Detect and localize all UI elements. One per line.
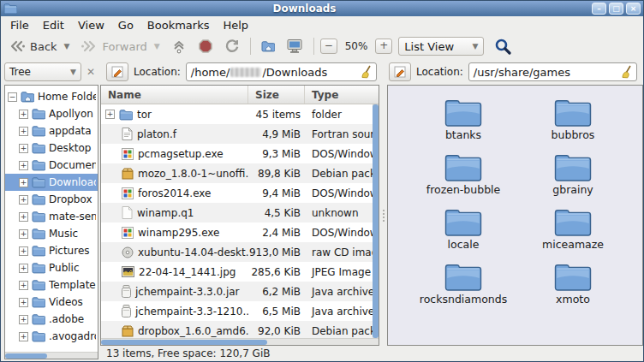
file-row[interactable]: jchempaint-3.3-1210...6,5 MiBJava archiv…: [101, 301, 379, 321]
sidebar-item-avogadro[interactable]: +.avogadro: [5, 328, 98, 345]
expander-icon[interactable]: +: [19, 195, 28, 205]
expander-icon[interactable]: +: [19, 246, 28, 256]
chevron-down-icon[interactable]: ▼: [64, 42, 70, 50]
file-size: 6,2 MiB: [248, 286, 305, 298]
folder-item-bubbros[interactable]: bubbros: [518, 96, 628, 141]
folder-item-btanks[interactable]: btanks: [408, 96, 518, 141]
sidebar-item-mate-sensors[interactable]: +mate-sensors-: [5, 208, 98, 225]
sidebar-item-home-folder[interactable]: −Home Folder: [5, 88, 98, 105]
sidebar-item-label: Home Folder: [38, 91, 96, 103]
scrollbar-thumb[interactable]: [373, 104, 379, 338]
up-button[interactable]: [167, 36, 191, 56]
sidebar-item-documents[interactable]: +Documents: [5, 157, 98, 174]
file-row[interactable]: +tor45 itemsfolder: [101, 104, 379, 124]
maximize-button[interactable]: □: [609, 3, 623, 15]
pane-resize-handle[interactable]: [379, 85, 387, 346]
sidebar-item-templates[interactable]: +Templates: [5, 276, 98, 294]
minimize-button[interactable]: –: [592, 3, 606, 15]
expander-icon[interactable]: +: [19, 332, 28, 341]
edit-location-button-left[interactable]: [106, 62, 128, 81]
reload-button[interactable]: [220, 36, 244, 56]
file-row[interactable]: xubuntu-14.04-deskt...913,0 MiBraw CD im…: [101, 242, 379, 262]
sidebar-item-adobe[interactable]: +.adobe: [5, 311, 98, 328]
menu-edit[interactable]: Edit: [36, 17, 71, 33]
file-size: 4,5 KiB: [248, 207, 305, 219]
forward-button[interactable]: Forward ▼: [76, 37, 164, 56]
file-row[interactable]: 22-04-14_1441.jpg285,6 KiBJPEG Image: [101, 262, 379, 282]
chevron-down-icon[interactable]: ▼: [154, 42, 160, 50]
file-row[interactable]: winamp295.exe2,4 MiBDOS/Windows ex: [101, 223, 379, 242]
expander-icon[interactable]: +: [19, 212, 28, 222]
column-header-name[interactable]: Name: [101, 86, 248, 104]
sidebar-item-pictures[interactable]: +Pictures: [5, 242, 98, 259]
file-list-vscrollbar[interactable]: [373, 104, 379, 338]
scrollbar-thumb[interactable]: [101, 340, 267, 345]
file-row[interactable]: platon.f4,9 MiBFortran source co: [101, 124, 379, 144]
file-row[interactable]: winamp.q14,5 KiBunknown: [101, 203, 379, 223]
file-row[interactable]: pcmagsetup.exe9,3 MiBDOS/Windows ex: [101, 144, 379, 163]
expander-icon[interactable]: +: [19, 264, 28, 273]
menu-help[interactable]: Help: [216, 17, 255, 33]
zoom-out-button[interactable]: −: [320, 39, 337, 54]
zoom-in-button[interactable]: +: [375, 39, 392, 54]
search-button[interactable]: [490, 35, 516, 57]
column-header-type[interactable]: Type: [305, 86, 379, 104]
folder-item-gbrainy[interactable]: gbrainy: [518, 151, 628, 196]
title-bar[interactable]: Downloads – □ ×: [1, 1, 643, 16]
location-input-left[interactable]: /home//Downloads: [186, 62, 377, 81]
sidebar-item-label: Apollyon: [49, 108, 93, 120]
expander-icon[interactable]: +: [19, 110, 28, 119]
expander-icon[interactable]: +: [19, 178, 28, 187]
file-name-cell: winamp.q1: [101, 206, 248, 219]
forward-label: Forward: [102, 40, 146, 53]
folder-item-xmoto[interactable]: xmoto: [518, 260, 628, 306]
menu-view[interactable]: View: [71, 17, 111, 33]
sidebar-item-videos[interactable]: +Videos: [5, 294, 98, 311]
menu-bookmarks[interactable]: Bookmarks: [140, 17, 217, 33]
computer-button[interactable]: [282, 36, 307, 56]
file-row[interactable]: foros2014.exe9,4 MiBDOS/Windows ex: [101, 183, 379, 203]
expander-icon[interactable]: +: [105, 110, 115, 119]
scrollbar-thumb[interactable]: [5, 353, 47, 359]
sidebar-close-icon[interactable]: ✕: [83, 66, 98, 78]
expander-icon[interactable]: +: [19, 281, 28, 290]
file-list-hscrollbar[interactable]: [101, 338, 379, 345]
folder-label: gbrainy: [552, 183, 593, 196]
file-row[interactable]: jchempaint-3.3.0.jar6,2 MiBJava archive: [101, 282, 379, 301]
expander-icon[interactable]: +: [19, 161, 28, 170]
sidebar-item-appdata[interactable]: +appdata: [5, 122, 98, 139]
folder-item-rocksndiamonds[interactable]: rocksndiamonds: [408, 260, 518, 306]
sidebar-item-downloads[interactable]: +Downloads: [5, 174, 98, 191]
location-input-right[interactable]: /usr/share/games: [468, 62, 637, 81]
menu-go[interactable]: Go: [111, 17, 140, 33]
folder-item-frozen-bubble[interactable]: frozen-bubble: [408, 151, 518, 196]
sidebar-mode-select[interactable]: Tree ▼: [4, 62, 81, 81]
sidebar-item-dropbox[interactable]: +Dropbox: [5, 191, 98, 208]
column-header-size[interactable]: Size: [248, 86, 305, 104]
file-size: 92,0 KiB: [248, 325, 305, 337]
edit-location-button-right[interactable]: [389, 62, 411, 81]
back-button[interactable]: Back ▼: [4, 37, 74, 56]
file-row[interactable]: mozo_1.8.0-1~unoffi...89,8 KiBDebian pac…: [101, 163, 379, 183]
sidebar-item-public[interactable]: +Public: [5, 259, 98, 276]
expander-icon[interactable]: +: [19, 229, 28, 239]
folder-item-locale[interactable]: locale: [408, 205, 518, 251]
file-row[interactable]: dropbox_1.6.0_amd6...92,0 KiBDebian pack…: [101, 321, 379, 338]
clear-location-icon[interactable]: [360, 65, 372, 79]
home-button[interactable]: [257, 38, 279, 55]
expander-icon[interactable]: +: [19, 127, 28, 136]
stop-button[interactable]: [194, 36, 218, 56]
menu-file[interactable]: File: [3, 17, 36, 33]
close-button[interactable]: ×: [626, 3, 641, 15]
expander-icon[interactable]: +: [19, 315, 28, 324]
sidebar-item-music[interactable]: +Music: [5, 225, 98, 242]
clear-location-icon[interactable]: [620, 65, 632, 79]
sidebar-item-apollyon[interactable]: +Apollyon: [5, 105, 98, 122]
folder-item-miceamaze[interactable]: miceamaze: [518, 205, 628, 251]
sidebar-item-desktop[interactable]: +Desktop: [5, 139, 98, 157]
expander-icon[interactable]: +: [19, 298, 28, 307]
expander-icon[interactable]: +: [19, 144, 28, 153]
sidebar-hscrollbar[interactable]: [5, 352, 98, 359]
expander-icon[interactable]: −: [8, 92, 17, 102]
view-mode-select[interactable]: List View ▼: [398, 37, 484, 56]
